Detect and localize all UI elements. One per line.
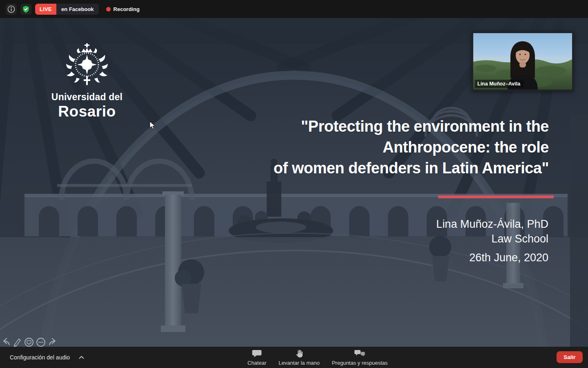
audio-settings-label: Configuración del audio (10, 354, 70, 361)
undo-arrow-icon[interactable] (2, 337, 11, 347)
university-name-line2: Rosario (48, 103, 126, 120)
control-buttons-group: Chatear Levantar la mano Preguntas y res… (244, 348, 391, 367)
recording-dot-icon (106, 7, 111, 11)
chat-button[interactable]: Chatear (244, 348, 270, 367)
meeting-control-bar: Configuración del audio Chatear Levantar… (0, 347, 588, 368)
live-badge: LIVE (35, 4, 56, 15)
top-status-bar: LIVE en Facebook Recording (0, 0, 588, 18)
meeting-info-button[interactable] (6, 4, 17, 15)
speaker-info: Lina Muñoz-Ávila, PhD Law School 26th Ju… (436, 217, 548, 265)
slide-title: "Protecting the environment in the Anthr… (140, 116, 549, 179)
slide-title-line1: "Protecting the environment in the (140, 116, 549, 137)
mouse-cursor (149, 121, 156, 130)
info-icon (7, 5, 15, 13)
university-logo: Universidad del Rosario (48, 43, 126, 120)
chat-button-label: Chatear (247, 360, 266, 366)
live-stream-indicator[interactable]: LIVE en Facebook (35, 4, 99, 15)
university-crest-icon (66, 43, 108, 89)
recording-indicator: Recording (106, 6, 140, 12)
raised-hand-icon (294, 350, 303, 358)
speaker-video-thumbnail[interactable]: Lina Muñoz–Avila (472, 31, 574, 91)
chat-bubble-icon (252, 350, 262, 358)
chevron-up-icon[interactable] (79, 356, 84, 359)
university-name-line1: Universidad del (48, 92, 126, 103)
webinar-window: LIVE en Facebook Recording (0, 0, 588, 368)
raise-hand-button-label: Levantar la mano (278, 360, 319, 366)
leave-meeting-button[interactable]: Salir (557, 351, 583, 363)
qa-bubbles-icon (354, 350, 365, 358)
redo-arrow-icon[interactable] (47, 337, 57, 347)
qa-button[interactable]: Preguntas y respuestas (329, 348, 391, 367)
accent-divider (438, 195, 554, 198)
shield-check-icon (22, 5, 30, 13)
slide-title-line2: Anthropocene: the role (140, 137, 549, 158)
raise-hand-button[interactable]: Levantar la mano (275, 348, 323, 367)
qa-button-label: Preguntas y respuestas (332, 360, 388, 366)
speaker-name: Lina Muñoz-Ávila, PhD (436, 217, 548, 231)
speaker-affiliation: Law School (436, 231, 548, 246)
annotation-toolbar (2, 337, 57, 347)
shared-screen-slide: Universidad del Rosario "Protecting the … (0, 18, 588, 347)
presentation-date: 26th June, 2020 (436, 250, 548, 265)
live-platform-label: en Facebook (56, 4, 98, 15)
recording-label: Recording (114, 6, 140, 12)
spotlight-icon[interactable] (24, 337, 34, 347)
pen-icon[interactable] (13, 337, 22, 347)
more-dots-icon[interactable] (36, 337, 46, 347)
encryption-button[interactable] (20, 4, 31, 15)
audio-settings-button[interactable]: Configuración del audio (10, 347, 84, 368)
participant-name-label: Lina Muñoz–Avila (475, 80, 524, 88)
slide-title-line3: of women defenders in Latin America" (140, 158, 549, 179)
